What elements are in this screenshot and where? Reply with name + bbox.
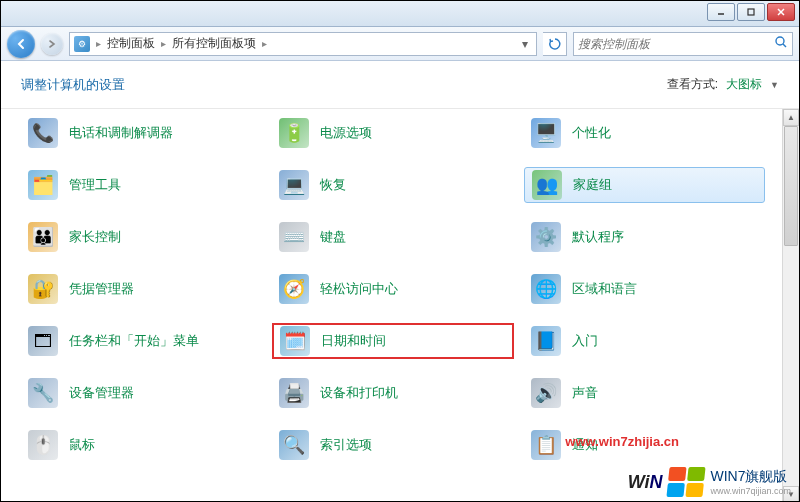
search-icon[interactable] [774,35,788,52]
close-icon [776,7,786,17]
cp-item-label: 设备管理器 [69,384,134,402]
refresh-button[interactable] [543,32,567,56]
keyboard-icon: ⌨️ [278,221,310,253]
recovery-icon: 💻 [278,169,310,201]
search-box[interactable] [573,32,793,56]
credential-manager-icon: 🔐 [27,273,59,305]
date-time-icon: 🗓️ [279,325,311,357]
cp-item-label: 轻松访问中心 [320,280,398,298]
forward-arrow-icon [47,39,57,49]
cp-item-devices-printers[interactable]: 🖨️设备和打印机 [272,375,513,411]
breadcrumb-separator: ▸ [157,38,170,49]
power-options-icon: 🔋 [278,117,310,149]
cp-item-label: 个性化 [572,124,611,142]
forward-button[interactable] [41,33,63,55]
getting-started-icon: 📘 [530,325,562,357]
cp-item-device-manager[interactable]: 🔧设备管理器 [21,375,262,411]
brand-sub-url: www.win7qijian.com [710,486,791,496]
indexing-options-icon: 🔍 [278,429,310,461]
default-programs-icon: ⚙️ [530,221,562,253]
breadcrumb-separator: ▸ [92,38,105,49]
cp-item-label: 入门 [572,332,598,350]
cp-item-region-language[interactable]: 🌐区域和语言 [524,271,765,307]
cp-item-date-time[interactable]: 🗓️日期和时间 [272,323,513,359]
notification-icon: 📋 [530,429,562,461]
back-arrow-icon [14,37,28,51]
view-by-value[interactable]: 大图标 [726,76,762,93]
cp-item-parental-controls[interactable]: 👪家长控制 [21,219,262,255]
cp-item-label: 家庭组 [573,176,612,194]
cp-item-power-options[interactable]: 🔋电源选项 [272,115,513,151]
close-button[interactable] [767,3,795,21]
cp-item-sound[interactable]: 🔊声音 [524,375,765,411]
cp-item-personalization[interactable]: 🖥️个性化 [524,115,765,151]
view-by-label: 查看方式: [667,76,718,93]
chevron-down-icon[interactable]: ▼ [770,80,779,90]
cp-item-default-programs[interactable]: ⚙️默认程序 [524,219,765,255]
devices-printers-icon: 🖨️ [278,377,310,409]
cp-item-label: 凭据管理器 [69,280,134,298]
cp-item-mouse[interactable]: 🖱️鼠标 [21,427,262,463]
cp-item-label: 电源选项 [320,124,372,142]
win-logo-text: WiN [628,472,663,493]
breadcrumb-separator: ▸ [258,38,271,49]
breadcrumb-current[interactable]: 所有控制面板项 [172,35,256,52]
navigation-bar: ⚙ ▸ 控制面板 ▸ 所有控制面板项 ▸ ▾ [1,27,799,61]
watermark-url: www.win7zhijia.cn [565,434,679,449]
cp-item-label: 管理工具 [69,176,121,194]
minimize-button[interactable] [707,3,735,21]
maximize-icon [746,7,756,17]
svg-point-4 [776,37,784,45]
scroll-up-button[interactable]: ▲ [783,109,799,126]
admin-tools-icon: 🗂️ [27,169,59,201]
page-title: 调整计算机的设置 [21,76,125,94]
page-header: 调整计算机的设置 查看方式: 大图标 ▼ [1,61,799,109]
region-language-icon: 🌐 [530,273,562,305]
cp-item-label: 家长控制 [69,228,121,246]
svg-rect-1 [748,9,754,15]
cp-item-taskbar-start[interactable]: 🗔任务栏和「开始」菜单 [21,323,262,359]
back-button[interactable] [7,30,35,58]
ease-of-access-icon: 🧭 [278,273,310,305]
cp-item-ease-of-access[interactable]: 🧭轻松访问中心 [272,271,513,307]
cp-item-label: 默认程序 [572,228,624,246]
cp-item-homegroup[interactable]: 👥家庭组 [524,167,765,203]
footer-brand: WiN WIN7旗舰版 www.win7qijian.com [628,467,791,497]
control-panel-icon: ⚙ [74,36,90,52]
cp-item-admin-tools[interactable]: 🗂️管理工具 [21,167,262,203]
maximize-button[interactable] [737,3,765,21]
search-input[interactable] [578,37,774,51]
sound-icon: 🔊 [530,377,562,409]
cp-item-label: 任务栏和「开始」菜单 [69,332,199,350]
cp-item-label: 键盘 [320,228,346,246]
cp-item-label: 日期和时间 [321,332,386,350]
windows-flag-icon [667,467,706,497]
cp-item-indexing-options[interactable]: 🔍索引选项 [272,427,513,463]
control-panel-grid: 📞电话和调制解调器🔋电源选项🖥️个性化🗂️管理工具💻恢复👥家庭组👪家长控制⌨️键… [21,115,789,463]
cp-item-label: 声音 [572,384,598,402]
breadcrumb-dropdown[interactable]: ▾ [518,37,532,51]
vertical-scrollbar[interactable]: ▲ ▼ [782,109,799,502]
breadcrumb-root[interactable]: 控制面板 [107,35,155,52]
mouse-icon: 🖱️ [27,429,59,461]
cp-item-phone-modem[interactable]: 📞电话和调制解调器 [21,115,262,151]
cp-item-getting-started[interactable]: 📘入门 [524,323,765,359]
content-area: 📞电话和调制解调器🔋电源选项🖥️个性化🗂️管理工具💻恢复👥家庭组👪家长控制⌨️键… [1,109,799,502]
cp-item-keyboard[interactable]: ⌨️键盘 [272,219,513,255]
cp-item-label: 电话和调制解调器 [69,124,173,142]
breadcrumb[interactable]: ⚙ ▸ 控制面板 ▸ 所有控制面板项 ▸ ▾ [69,32,537,56]
view-by-selector[interactable]: 查看方式: 大图标 ▼ [667,76,779,93]
cp-item-recovery[interactable]: 💻恢复 [272,167,513,203]
homegroup-icon: 👥 [531,169,563,201]
window-titlebar [1,1,799,27]
taskbar-start-icon: 🗔 [27,325,59,357]
phone-modem-icon: 📞 [27,117,59,149]
cp-item-credential-manager[interactable]: 🔐凭据管理器 [21,271,262,307]
cp-item-label: 设备和打印机 [320,384,398,402]
cp-item-label: 鼠标 [69,436,95,454]
brand-text-block: WIN7旗舰版 www.win7qijian.com [710,468,791,496]
cp-item-label: 索引选项 [320,436,372,454]
refresh-icon [548,37,562,51]
device-manager-icon: 🔧 [27,377,59,409]
scroll-thumb[interactable] [784,126,798,246]
